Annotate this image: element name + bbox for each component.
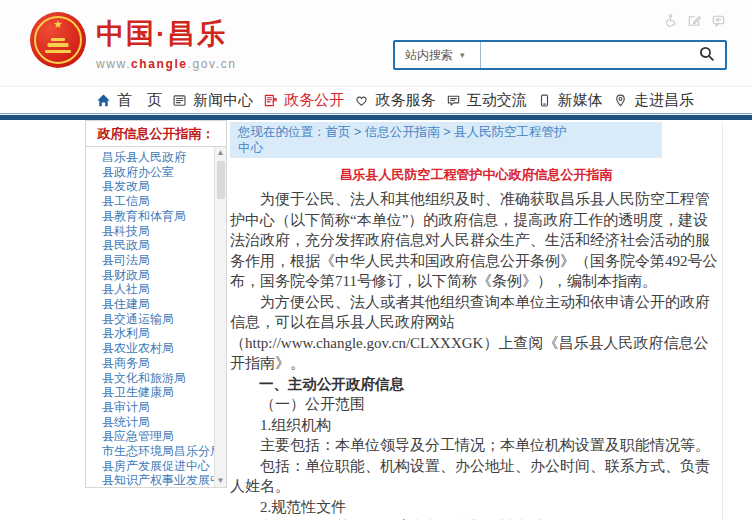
sidebar-item[interactable]: 市生态环境局昌乐分局	[102, 444, 210, 459]
utility-icon-bar	[663, 13, 726, 28]
visit-icon	[613, 93, 628, 108]
nav-item-service[interactable]: 政务服务	[354, 91, 435, 110]
content-right-rule	[722, 122, 723, 520]
sidebar-item[interactable]: 县房产发展促进中心	[102, 459, 210, 474]
brand-block: 中国·昌乐 www.changle.gov.cn	[96, 15, 237, 71]
search-icon	[698, 45, 715, 65]
sidebar-item[interactable]: 县科技局	[102, 224, 210, 239]
caret-down-icon: ▾	[460, 50, 465, 60]
sidebar-item[interactable]: 县教育和体育局	[102, 209, 210, 224]
chevron-down-icon[interactable]: ▼	[217, 476, 225, 486]
sidebar-item[interactable]: 县知识产权事业发展中心	[102, 473, 210, 487]
sidebar-item[interactable]: 县人社局	[102, 282, 210, 297]
sidebar-title: 政府信息公开指南：	[86, 121, 226, 147]
sidebar-item[interactable]: 县水利局	[102, 326, 210, 341]
nav-item-visit[interactable]: 走进昌乐	[613, 91, 694, 110]
url-suffix: .gov.cn	[188, 57, 237, 71]
nav-item-label: 首 页	[117, 91, 162, 110]
url-brand: changle	[131, 57, 188, 71]
nav-item-home[interactable]: 首 页	[96, 91, 162, 110]
sidebar-item[interactable]: 县政府办公室	[102, 165, 210, 180]
sidebar-item[interactable]: 县文化和旅游局	[102, 371, 210, 386]
nav-item-label: 新闻中心	[193, 91, 253, 110]
emblem-gate-shape	[51, 38, 65, 41]
article-paragraph: 包括：单位职能、机构设置、办公地址、办公时间、联系方式、负责人姓名。	[230, 456, 722, 497]
chevron-up-icon[interactable]: ▲	[217, 148, 225, 158]
national-emblem-logo[interactable]: ★	[30, 12, 86, 68]
search-category-label: 站内搜索	[405, 47, 453, 64]
nav-item-label: 新媒体	[558, 91, 603, 110]
site-title: 中国·昌乐	[96, 15, 237, 53]
url-prefix: www.	[96, 57, 131, 71]
nav-item-label: 政务公开	[284, 91, 344, 110]
nav-item-news[interactable]: 新闻中心	[172, 91, 253, 110]
service-icon	[354, 93, 369, 108]
sidebar: 政府信息公开指南： 昌乐县人民政府县政府办公室县发改局县工信局县教育和体育局县科…	[85, 120, 227, 488]
sidebar-item[interactable]: 县交通运输局	[102, 312, 210, 327]
nav-item-label: 互动交流	[467, 91, 527, 110]
sidebar-item[interactable]: 县卫生健康局	[102, 385, 210, 400]
emblem-gate-shape	[48, 43, 69, 47]
article-title: 昌乐县人民防空工程管护中心政府信息公开指南	[230, 166, 722, 184]
sidebar-item[interactable]: 县财政局	[102, 268, 210, 283]
article-section-heading: 一、主动公开政府信息	[230, 374, 722, 395]
scrollbar-thumb[interactable]	[217, 161, 225, 199]
sidebar-item[interactable]: 县工信局	[102, 194, 210, 209]
sidebar-item[interactable]: 县发改局	[102, 179, 210, 194]
main-nav: 首 页新闻中心政务公开政务服务互动交流新媒体走进昌乐	[0, 86, 752, 113]
emblem-gate-shape	[45, 50, 71, 53]
breadcrumb: 您现在的位置：首页 > 信息公开指南 > 县人民防空工程管护中心	[230, 122, 662, 158]
article-paragraph: 2.规范性文件	[230, 497, 722, 518]
search-button[interactable]	[687, 42, 725, 68]
article-paragraph: 1.组织机构	[230, 415, 722, 436]
sidebar-item[interactable]: 县应急管理局	[102, 429, 210, 444]
sidebar-item[interactable]: 县统计局	[102, 415, 210, 430]
sidebar-item[interactable]: 县民政局	[102, 238, 210, 253]
nav-item-label: 走进昌乐	[634, 91, 694, 110]
nav-item-media[interactable]: 新媒体	[537, 91, 603, 110]
disclosure-icon	[263, 93, 278, 108]
nav-divider	[0, 113, 752, 120]
search-category-dropdown[interactable]: 站内搜索 ▾	[395, 42, 481, 68]
article-paragraph: （一）公开范围	[230, 394, 722, 415]
sidebar-list: 昌乐县人民政府县政府办公室县发改局县工信局县教育和体育局县科技局县民政局县司法局…	[86, 147, 226, 487]
interact-icon	[446, 93, 461, 108]
article-paragraph: 为便于公民、法人和其他组织及时、准确获取昌乐县人民防空工程管护中心（以下简称“本…	[230, 189, 722, 292]
site-header: ★ 中国·昌乐 www.changle.gov.cn 站内搜索 ▾	[0, 0, 752, 86]
sidebar-item[interactable]: 昌乐县人民政府	[102, 150, 210, 165]
accessibility-icon[interactable]	[663, 13, 678, 28]
home-icon	[96, 93, 111, 108]
breadcrumb-link[interactable]: 首页	[326, 125, 351, 139]
main-content: 您现在的位置：首页 > 信息公开指南 > 县人民防空工程管护中心 昌乐县人民防空…	[230, 122, 722, 520]
nav-item-label: 政务服务	[375, 91, 435, 110]
article-paragraph: 为方便公民、法人或者其他组织查询本单位主动和依申请公开的政府信息，可以在昌乐县人…	[230, 292, 722, 374]
media-icon	[537, 93, 552, 108]
emblem-star-icon: ★	[53, 19, 63, 30]
site-url: www.changle.gov.cn	[96, 57, 237, 71]
nav-item-disclosure[interactable]: 政务公开	[263, 91, 344, 110]
nav-item-interact[interactable]: 互动交流	[446, 91, 527, 110]
sidebar-item[interactable]: 县司法局	[102, 253, 210, 268]
site-search-bar: 站内搜索 ▾	[393, 40, 727, 70]
article-paragraph: 主要包括：本单位领导及分工情况；本单位机构设置及职能情况等。	[230, 435, 722, 456]
sidebar-item[interactable]: 县审计局	[102, 400, 210, 415]
sidebar-item[interactable]: 县商务局	[102, 356, 210, 371]
sidebar-scrollbar[interactable]: ▲ ▼	[214, 147, 226, 487]
sidebar-item[interactable]: 县住建局	[102, 297, 210, 312]
sidebar-item[interactable]: 县农业农村局	[102, 341, 210, 356]
breadcrumb-prefix: 您现在的位置：	[238, 125, 326, 139]
page: ★ 中国·昌乐 www.changle.gov.cn 站内搜索 ▾ 首 页新闻中…	[0, 0, 752, 520]
article-body: 为便于公民、法人和其他组织及时、准确获取昌乐县人民防空工程管护中心（以下简称“本…	[230, 189, 722, 520]
search-input[interactable]	[481, 42, 687, 68]
news-icon	[172, 93, 187, 108]
breadcrumb-link[interactable]: 信息公开指南	[365, 125, 440, 139]
chat-icon[interactable]	[711, 13, 726, 28]
note-icon[interactable]	[687, 13, 702, 28]
